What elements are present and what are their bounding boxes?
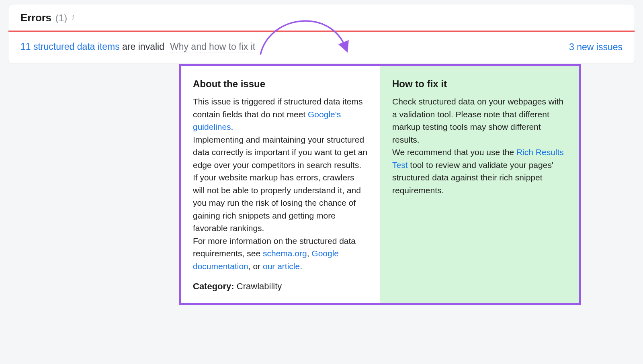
about-paragraph-1: This issue is triggered if structured da… <box>193 95 368 133</box>
fix-paragraph-2: We recommend that you use the Rich Resul… <box>392 146 567 196</box>
fix-p2-post: tool to review and validate your pages' … <box>392 160 553 195</box>
about-issue-column: About the issue This issue is triggered … <box>181 66 380 303</box>
about-paragraph-2: Implementing and maintaining your struct… <box>193 133 368 172</box>
fix-p2-pre: We recommend that you use the <box>392 147 516 157</box>
issue-text: 11 structured data items are invalid Why… <box>20 41 255 53</box>
issue-items-link[interactable]: 11 structured data items <box>20 41 120 52</box>
about-p1-post: . <box>231 122 233 131</box>
issue-suffix: are invalid <box>120 41 164 52</box>
about-paragraph-4: For more information on the structured d… <box>193 235 368 273</box>
issue-row: 11 structured data items are invalid Why… <box>8 32 635 63</box>
about-p4-post: . <box>300 262 302 271</box>
about-p4-mid2: , or <box>248 262 263 271</box>
errors-title: Errors <box>20 12 51 24</box>
errors-card: Errors (1) i 11 structured data items ar… <box>8 4 635 64</box>
errors-count: (1) <box>55 12 67 24</box>
new-issues-link[interactable]: 3 new issues <box>569 42 623 53</box>
fix-heading: How to fix it <box>392 78 567 90</box>
how-to-fix-column: How to fix it Check structured data on y… <box>380 66 579 303</box>
why-and-how-link[interactable]: Why and how to fix it <box>170 41 255 53</box>
schema-org-link[interactable]: schema.org <box>263 249 307 258</box>
issue-summary: 11 structured data items are invalid <box>20 41 164 52</box>
about-paragraph-3: If your website markup has errors, crawl… <box>193 171 368 235</box>
our-article-link[interactable]: our article <box>263 262 300 271</box>
about-p4-mid1: , <box>307 249 312 258</box>
info-icon[interactable]: i <box>71 14 75 22</box>
fix-paragraph-1: Check structured data on your webpages w… <box>392 95 567 146</box>
category-value: Crawlability <box>234 281 282 291</box>
category-line: Category: Crawlability <box>193 281 368 292</box>
errors-header: Errors (1) i <box>8 4 635 32</box>
category-label: Category: <box>193 281 234 291</box>
about-heading: About the issue <box>193 78 368 90</box>
issue-detail-popup: About the issue This issue is triggered … <box>179 64 581 305</box>
